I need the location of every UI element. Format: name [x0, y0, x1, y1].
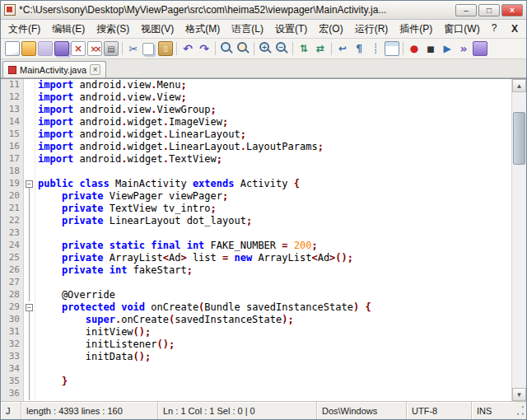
code-line[interactable]: import android.widget.TextView; — [35, 153, 511, 166]
code-editor[interactable]: 1112131415161718192021222324252627282930… — [1, 78, 526, 401]
resize-grip[interactable] — [515, 402, 526, 419]
status-encoding[interactable]: UTF-8 — [407, 402, 472, 419]
code-line[interactable]: private static final int FAKE_NUMBER = 2… — [35, 240, 511, 252]
fold-collapse-icon[interactable] — [24, 178, 35, 190]
save-macro-icon[interactable] — [473, 41, 487, 56]
copy-icon[interactable] — [142, 43, 154, 55]
line-number[interactable]: 23 — [1, 227, 23, 240]
line-number[interactable]: 29 — [1, 301, 23, 314]
code-line[interactable] — [35, 277, 511, 289]
menu-item-search[interactable]: 搜索(S) — [91, 21, 135, 38]
menu-close-x[interactable]: X — [505, 23, 525, 35]
fold-margin[interactable] — [24, 79, 35, 401]
code-line[interactable]: private ViewPager viewPager; — [35, 190, 511, 203]
code-line[interactable]: initData(); — [35, 351, 511, 363]
line-number[interactable]: 19 — [1, 178, 23, 190]
stop-macro-icon[interactable] — [423, 41, 438, 56]
code-line[interactable] — [35, 363, 511, 376]
line-number[interactable]: 18 — [1, 166, 23, 178]
new-file-icon[interactable] — [5, 41, 20, 56]
menu-item-help[interactable]: ? — [486, 21, 503, 38]
menu-item-format[interactable]: 格式(M) — [180, 21, 226, 38]
line-number[interactable]: 35 — [1, 376, 23, 388]
fold-collapse-icon[interactable] — [24, 301, 35, 314]
status-insert-mode[interactable]: INS — [472, 402, 515, 419]
menu-item-macro[interactable]: 宏(O) — [313, 21, 348, 38]
line-number[interactable]: 26 — [1, 264, 23, 277]
menu-item-run[interactable]: 运行(R) — [349, 21, 394, 38]
close-file-icon[interactable] — [71, 41, 86, 56]
save-file-icon[interactable] — [38, 41, 53, 56]
code-line[interactable]: initView(); — [35, 326, 511, 338]
code-line[interactable]: import android.view.View; — [35, 91, 511, 104]
record-macro-icon[interactable] — [407, 41, 422, 56]
zoom-in-icon[interactable] — [258, 41, 273, 56]
line-number[interactable]: 25 — [1, 252, 23, 264]
menu-item-window[interactable]: 窗口(W) — [438, 21, 485, 38]
sync-h-icon[interactable] — [313, 41, 328, 56]
cut-icon[interactable] — [126, 41, 141, 56]
code-line[interactable]: import android.widget.LinearLayout.Layou… — [35, 141, 511, 153]
tab-close-icon[interactable]: × — [90, 64, 100, 75]
code-line[interactable]: import android.widget.ImageView; — [35, 116, 511, 128]
line-number[interactable]: 14 — [1, 116, 23, 128]
line-number-gutter[interactable]: 1112131415161718192021222324252627282930… — [1, 79, 24, 401]
line-number[interactable]: 27 — [1, 277, 23, 289]
undo-icon[interactable] — [180, 41, 195, 56]
code-area[interactable]: import android.view.Menu;import android.… — [35, 79, 511, 401]
vertical-scrollbar[interactable]: ▲ ▼ — [511, 79, 526, 401]
replace-icon[interactable] — [236, 41, 250, 56]
code-line[interactable]: private ArrayList<Ad> list = new ArrayLi… — [35, 252, 511, 264]
show-all-chars-icon[interactable] — [352, 41, 366, 56]
line-number[interactable]: 31 — [1, 326, 23, 338]
code-line[interactable] — [35, 166, 511, 178]
line-number[interactable]: 17 — [1, 153, 23, 166]
code-line[interactable]: public class MainActivity extends Activi… — [35, 178, 511, 190]
line-number[interactable]: 22 — [1, 215, 23, 227]
code-line[interactable]: private LinearLayout dot_layout; — [35, 215, 511, 227]
print-icon[interactable] — [104, 41, 119, 56]
line-number[interactable]: 12 — [1, 91, 23, 104]
code-line[interactable]: import android.view.Menu; — [35, 79, 511, 91]
open-file-icon[interactable] — [21, 41, 36, 56]
line-number[interactable]: 21 — [1, 203, 23, 215]
close-all-icon[interactable] — [87, 41, 102, 56]
menu-item-edit[interactable]: 编辑(E) — [46, 21, 91, 38]
line-number[interactable]: 30 — [1, 314, 23, 326]
close-button[interactable]: × — [501, 4, 523, 16]
menu-item-language[interactable]: 语言(L) — [226, 21, 269, 38]
code-line[interactable]: import android.view.ViewGroup; — [35, 104, 511, 116]
zoom-out-icon[interactable] — [274, 41, 289, 56]
minimize-button[interactable]: – — [455, 4, 477, 16]
code-line[interactable]: import android.widget.LinearLayout; — [35, 128, 511, 141]
play-macro-icon[interactable] — [440, 41, 455, 56]
scrollbar-thumb[interactable] — [513, 112, 525, 165]
line-number[interactable]: 34 — [1, 363, 23, 376]
save-all-icon[interactable] — [54, 41, 69, 56]
code-line[interactable]: super.onCreate(savedInstanceState); — [35, 314, 511, 326]
code-line[interactable]: private TextView tv_intro; — [35, 203, 511, 215]
line-number[interactable]: 32 — [1, 338, 23, 351]
line-number[interactable]: 13 — [1, 104, 23, 116]
code-line[interactable]: initListener(); — [35, 338, 511, 351]
line-number[interactable]: 16 — [1, 141, 23, 153]
scrollbar-track[interactable] — [512, 92, 526, 388]
menu-item-plugins[interactable]: 插件(P) — [394, 21, 438, 38]
line-number[interactable]: 20 — [1, 190, 23, 203]
find-icon[interactable] — [219, 41, 234, 56]
line-number[interactable]: 33 — [1, 351, 23, 363]
sync-v-icon[interactable] — [296, 41, 311, 56]
paste-icon[interactable] — [158, 41, 173, 56]
code-line[interactable] — [35, 388, 511, 400]
scroll-up-arrow-icon[interactable]: ▲ — [512, 79, 526, 92]
scroll-down-arrow-icon[interactable]: ▼ — [512, 388, 526, 401]
line-number[interactable]: 24 — [1, 240, 23, 252]
status-eol-format[interactable]: Dos\Windows — [317, 402, 407, 419]
line-number[interactable]: 36 — [1, 388, 23, 400]
code-line[interactable]: protected void onCreate(Bundle savedInst… — [35, 301, 511, 314]
word-wrap-icon[interactable] — [335, 41, 350, 56]
maximize-button[interactable]: □ — [478, 4, 500, 16]
code-line[interactable]: private int fakeStart; — [35, 264, 511, 277]
indent-guide-icon[interactable] — [368, 41, 383, 56]
menu-item-settings[interactable]: 设置(T) — [269, 21, 313, 38]
